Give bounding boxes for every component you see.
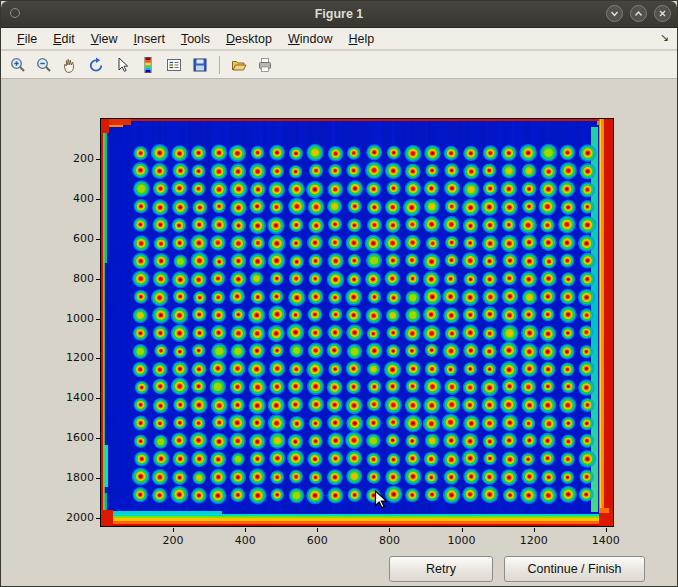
menubar: FileEditViewInsertToolsDesktopWindowHelp…: [1, 28, 677, 50]
colorbar-icon[interactable]: [136, 53, 160, 76]
undock-arrow-icon[interactable]: ↘: [660, 31, 669, 44]
figure-window: Figure 1 FileEditViewInsertToolsDesktopW…: [0, 0, 678, 587]
toolbar-separator: [219, 56, 220, 74]
continue-finish-button[interactable]: Continue / Finish: [504, 556, 645, 582]
save-icon[interactable]: [188, 53, 212, 76]
retry-button[interactable]: Retry: [389, 556, 493, 582]
chevron-down-icon: [609, 8, 620, 19]
menu-insert[interactable]: Insert: [126, 30, 173, 48]
menu-help[interactable]: Help: [340, 30, 382, 48]
maximize-button[interactable]: [630, 5, 647, 22]
data-cursor-icon[interactable]: [110, 53, 134, 76]
menu-edit[interactable]: Edit: [45, 30, 83, 48]
microarray-image[interactable]: [100, 118, 614, 527]
close-icon: [657, 8, 668, 19]
zoom-out-icon[interactable]: [32, 53, 56, 76]
minimize-button[interactable]: [606, 5, 623, 22]
menu-desktop[interactable]: Desktop: [218, 30, 280, 48]
toolbar: [1, 51, 677, 79]
chevron-up-icon: [633, 8, 644, 19]
open-folder-icon[interactable]: [227, 53, 251, 76]
menu-tools[interactable]: Tools: [173, 30, 218, 48]
menu-view[interactable]: View: [83, 30, 126, 48]
close-button[interactable]: [654, 5, 671, 22]
rotate-3d-icon[interactable]: [84, 53, 108, 76]
pan-icon[interactable]: [58, 53, 82, 76]
window-title: Figure 1: [1, 1, 677, 27]
zoom-in-icon[interactable]: [6, 53, 30, 76]
menu-window[interactable]: Window: [280, 30, 340, 48]
insert-legend-icon[interactable]: [162, 53, 186, 76]
menu-file[interactable]: File: [9, 30, 45, 48]
titlebar[interactable]: Figure 1: [1, 1, 677, 28]
print-icon[interactable]: [253, 53, 277, 76]
window-controls: [606, 5, 671, 22]
